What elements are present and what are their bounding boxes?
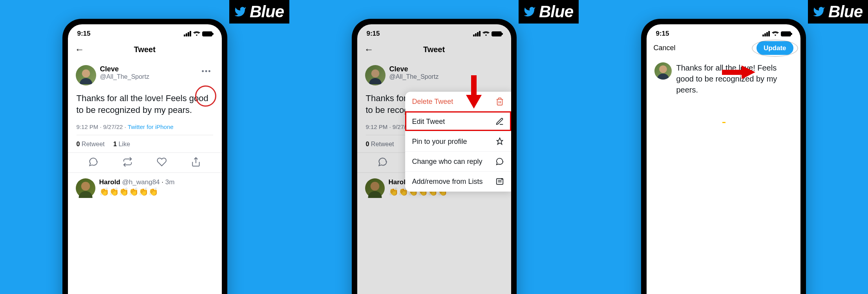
- svg-point-0: [82, 69, 90, 78]
- reply-header: Harold @h_wang84 · 3m: [99, 178, 175, 186]
- tweet-meta: 9:12 PM · 9/27/22 · Twitter for iPhone: [68, 120, 222, 134]
- svg-point-1: [81, 181, 90, 191]
- retweets-count[interactable]: 0 Retweet: [77, 141, 105, 148]
- tweet-header: Cleve @All_The_Sportz: [357, 60, 511, 85]
- menu-delete-tweet[interactable]: Delete Tweet: [405, 92, 511, 112]
- pencil-icon: [495, 117, 504, 126]
- status-bar: 9:15: [647, 24, 800, 41]
- phone-screen: 9:15 Cancel Update Thanks: [647, 24, 800, 294]
- cancel-button[interactable]: Cancel: [654, 44, 676, 52]
- status-time: 9:15: [656, 30, 669, 38]
- status-time: 9:15: [367, 30, 380, 38]
- reply-icon[interactable]: [88, 157, 99, 167]
- menu-pin-profile[interactable]: Pin to your profile: [405, 132, 511, 152]
- phone-frame: 9:15 ← Tweet Cleve @All_The_Sportz: [62, 19, 227, 294]
- phone-screen: 9:15 ← Tweet Cleve @All_The_Sportz: [68, 24, 222, 294]
- svg-point-3: [370, 181, 379, 191]
- retweet-icon[interactable]: [122, 157, 133, 167]
- nav-bar: ← Tweet: [357, 41, 511, 60]
- tweet-text: Thanks for all the love! Feels good to b…: [68, 85, 222, 120]
- menu-add-remove-lists[interactable]: Add/remove from Lists: [405, 172, 511, 192]
- signal-icon: [762, 31, 770, 36]
- trash-icon: [495, 97, 504, 106]
- reply-avatar[interactable]: [76, 178, 95, 198]
- author-handle[interactable]: @All_The_Sportz: [389, 73, 503, 80]
- page-title: Tweet: [134, 45, 155, 54]
- reply-avatar[interactable]: [365, 178, 385, 198]
- author-avatar[interactable]: [365, 65, 386, 85]
- author-avatar[interactable]: [654, 62, 672, 80]
- author-avatar[interactable]: [76, 65, 96, 85]
- tweet-actions-menu: Delete Tweet Edit Tweet Pin to your prof…: [405, 92, 511, 192]
- text-cursor: [647, 119, 800, 126]
- menu-change-reply[interactable]: Change who can reply: [405, 152, 511, 172]
- twitter-bird-icon: [523, 5, 536, 18]
- share-icon[interactable]: [191, 157, 201, 167]
- status-bar: 9:15: [68, 24, 222, 41]
- action-row: [68, 152, 222, 173]
- battery-icon: [781, 31, 791, 36]
- engagement-row: 0 Retweet 1 Like: [68, 136, 222, 152]
- phone-frame: 9:15 ← Tweet Cleve @All_The_Sportz: [352, 19, 517, 294]
- battery-icon: [202, 31, 212, 36]
- menu-edit-tweet[interactable]: Edit Tweet: [405, 112, 511, 132]
- panel-step-3: Blue 9:15 Cancel Update: [579, 0, 868, 294]
- list-add-icon: [495, 177, 504, 186]
- tweet-composer[interactable]: Thanks for all the love! Feels good to b…: [647, 58, 800, 95]
- svg-point-7: [659, 65, 667, 73]
- likes-count[interactable]: 1 Like: [113, 141, 130, 148]
- compose-text-area[interactable]: Thanks for all the love! Feels good to b…: [676, 62, 793, 95]
- retweets-count[interactable]: 0 Retweet: [366, 141, 394, 148]
- nav-bar: ← Tweet: [68, 41, 222, 60]
- status-time: 9:15: [77, 30, 91, 38]
- twitter-blue-badge: Blue: [229, 0, 289, 24]
- signal-icon: [473, 31, 481, 36]
- wifi-icon: [482, 31, 490, 36]
- tweet-source[interactable]: Twitter for iPhone: [128, 123, 174, 130]
- reply-item[interactable]: Harold @h_wang84 · 3m 👏👏👏👏👏👏: [68, 173, 222, 198]
- svg-point-2: [371, 69, 379, 78]
- author-name[interactable]: Cleve: [389, 65, 503, 73]
- status-bar: 9:15: [357, 24, 511, 41]
- phone-frame: 9:15 Cancel Update Thanks: [641, 19, 806, 294]
- twitter-blue-badge: Blue: [808, 0, 868, 24]
- twitter-bird-icon: [234, 5, 247, 18]
- back-arrow-icon[interactable]: ←: [364, 44, 374, 55]
- comment-icon: [495, 157, 504, 166]
- page-title: Tweet: [423, 45, 445, 54]
- reply-icon[interactable]: [378, 157, 388, 167]
- signal-icon: [184, 31, 191, 36]
- tweet-header: Cleve @All_The_Sportz •••: [68, 60, 222, 85]
- panel-step-1: Blue 9:15 ← Tweet Clev: [0, 0, 289, 294]
- more-options-button[interactable]: •••: [199, 65, 214, 78]
- pin-icon: [495, 137, 504, 146]
- twitter-blue-badge: Blue: [519, 0, 579, 24]
- like-icon[interactable]: [157, 157, 167, 167]
- battery-icon: [492, 31, 502, 36]
- reply-body: 👏👏👏👏👏👏: [99, 186, 175, 196]
- author-handle[interactable]: @All_The_Sportz: [100, 73, 196, 80]
- phone-screen: 9:15 ← Tweet Cleve @All_The_Sportz: [357, 24, 511, 294]
- wifi-icon: [772, 31, 779, 36]
- wifi-icon: [193, 31, 200, 36]
- back-arrow-icon[interactable]: ←: [75, 44, 84, 55]
- nav-bar-compose: Cancel Update: [647, 41, 800, 58]
- author-name[interactable]: Cleve: [100, 65, 196, 73]
- panel-step-2: Blue 9:15 ← Tweet Clev: [289, 0, 579, 294]
- twitter-bird-icon: [813, 5, 825, 18]
- update-button[interactable]: Update: [757, 41, 793, 55]
